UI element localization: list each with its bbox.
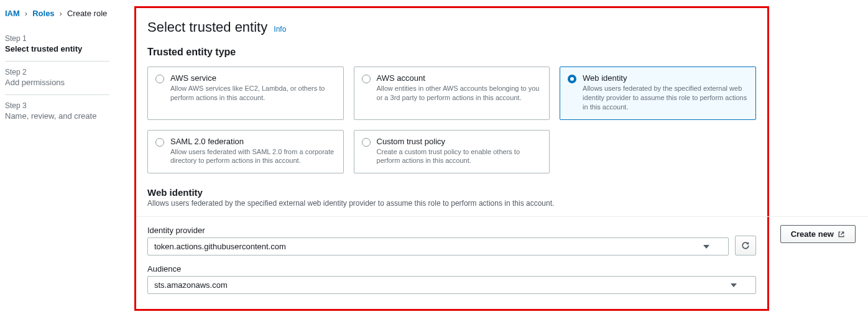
select-value: sts.amazonaws.com bbox=[154, 280, 228, 290]
audience-select[interactable]: sts.amazonaws.com bbox=[147, 276, 756, 294]
step-label: Add permissions bbox=[5, 78, 109, 87]
entity-card-saml-federation[interactable]: SAML 2.0 federation Allow users federate… bbox=[147, 130, 344, 174]
divider bbox=[136, 216, 868, 217]
step-label: Select trusted entity bbox=[5, 44, 109, 53]
step-2[interactable]: Step 2 Add permissions bbox=[5, 62, 109, 95]
main-panel-highlight: Select trusted entity Info Trusted entit… bbox=[134, 6, 769, 311]
web-identity-desc: Allows users federated by the specified … bbox=[147, 199, 756, 208]
entity-desc: Allow entities in other AWS accounts bel… bbox=[377, 84, 542, 103]
entity-card-aws-account[interactable]: AWS account Allow entities in other AWS … bbox=[354, 67, 550, 120]
web-identity-heading: Web identity bbox=[147, 187, 756, 198]
refresh-icon bbox=[741, 241, 750, 250]
step-label: Name, review, and create bbox=[5, 111, 109, 121]
step-number: Step 2 bbox=[5, 68, 109, 76]
entity-card-custom-trust-policy[interactable]: Custom trust policy Create a custom trus… bbox=[354, 130, 550, 174]
chevron-right-icon: › bbox=[25, 9, 27, 18]
entity-card-web-identity[interactable]: Web identity Allows users federated by t… bbox=[560, 67, 756, 120]
info-link[interactable]: Info bbox=[274, 25, 286, 34]
external-link-icon bbox=[838, 231, 845, 238]
page-title-text: Select trusted entity bbox=[147, 19, 267, 35]
entity-type-grid: AWS service Allow AWS services like EC2,… bbox=[147, 67, 756, 173]
entity-card-aws-service[interactable]: AWS service Allow AWS services like EC2,… bbox=[147, 67, 344, 120]
entity-title: Web identity bbox=[583, 73, 748, 83]
entity-title: Custom trust policy bbox=[377, 137, 542, 146]
radio-icon bbox=[568, 75, 576, 83]
radio-icon bbox=[362, 138, 371, 147]
identity-provider-label: Identity provider bbox=[147, 226, 729, 235]
entity-desc: Allow users federated with SAML 2.0 from… bbox=[170, 147, 336, 166]
step-number: Step 3 bbox=[5, 101, 109, 110]
chevron-right-icon: › bbox=[60, 9, 62, 18]
radio-icon bbox=[362, 75, 371, 83]
create-new-button[interactable]: Create new bbox=[780, 225, 856, 243]
select-value: token.actions.githubusercontent.com bbox=[154, 242, 286, 251]
breadcrumb-current: Create role bbox=[67, 9, 107, 18]
breadcrumb-roles[interactable]: Roles bbox=[32, 9, 54, 18]
wizard-steps: Step 1 Select trusted entity Step 2 Add … bbox=[5, 28, 109, 128]
entity-desc: Create a custom trust policy to enable o… bbox=[377, 147, 542, 166]
entity-desc: Allow AWS services like EC2, Lambda, or … bbox=[170, 84, 336, 103]
breadcrumb: IAM › Roles › Create role bbox=[5, 9, 109, 18]
page-title: Select trusted entity Info bbox=[147, 19, 756, 35]
button-label: Create new bbox=[791, 229, 834, 239]
entity-title: AWS service bbox=[170, 73, 336, 83]
radio-icon bbox=[155, 75, 164, 83]
entity-title: SAML 2.0 federation bbox=[170, 137, 336, 146]
step-number: Step 1 bbox=[5, 34, 109, 43]
caret-down-icon bbox=[731, 283, 737, 287]
caret-down-icon bbox=[703, 245, 709, 249]
step-3[interactable]: Step 3 Name, review, and create bbox=[5, 95, 109, 128]
entity-type-heading: Trusted entity type bbox=[147, 47, 756, 58]
refresh-button[interactable] bbox=[735, 236, 756, 255]
audience-label: Audience bbox=[147, 264, 756, 274]
identity-provider-select[interactable]: token.actions.githubusercontent.com bbox=[147, 237, 729, 255]
step-1[interactable]: Step 1 Select trusted entity bbox=[5, 28, 109, 62]
entity-desc: Allows users federated by the specified … bbox=[583, 84, 748, 112]
breadcrumb-iam[interactable]: IAM bbox=[5, 9, 20, 18]
radio-icon bbox=[155, 138, 164, 147]
entity-title: AWS account bbox=[377, 73, 542, 83]
